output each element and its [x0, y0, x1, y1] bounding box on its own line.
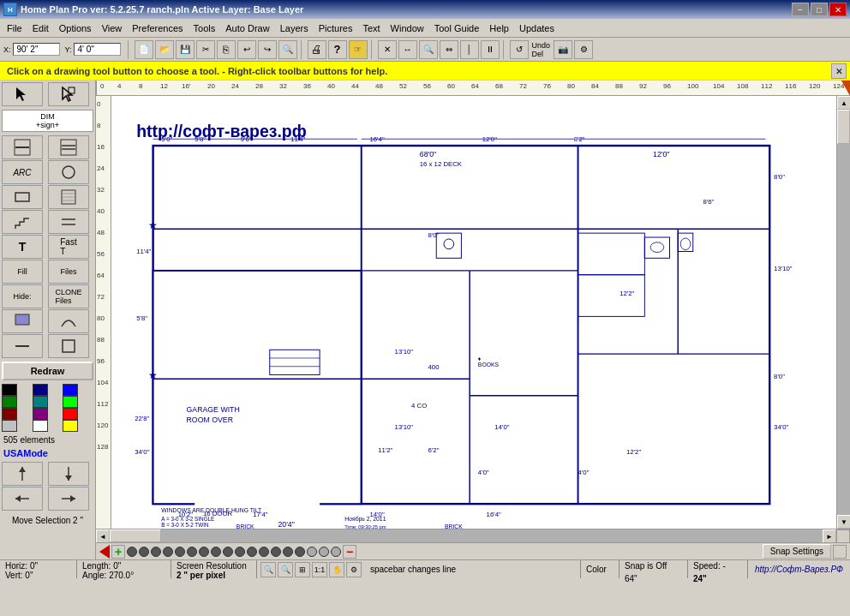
color-purple[interactable] — [33, 408, 48, 420]
color-white[interactable] — [33, 420, 48, 432]
pointer-button[interactable]: ☞ — [349, 40, 368, 59]
settings-button[interactable]: ⚙ — [574, 40, 593, 59]
minimize-button[interactable]: − — [792, 3, 809, 16]
drawing-canvas[interactable]: http://софт-варез.рф — [111, 96, 836, 529]
open-button[interactable]: 📂 — [155, 40, 174, 59]
redo-button[interactable]: ↪ — [258, 40, 277, 59]
save-button[interactable]: 💾 — [176, 40, 195, 59]
move-button[interactable]: ↔ — [398, 40, 417, 59]
pan-status-btn[interactable]: ✋ — [329, 562, 344, 577]
pan-button[interactable]: ⇔ — [440, 40, 458, 59]
snap-dot[interactable] — [295, 547, 305, 557]
titlebar-controls[interactable]: − □ ✕ — [792, 3, 847, 16]
snap-dot[interactable] — [127, 547, 137, 557]
infobar-close-button[interactable]: ✕ — [831, 63, 847, 79]
move-right-tool[interactable] — [48, 487, 89, 511]
zoom-in-status-btn[interactable]: 🔍 — [260, 562, 276, 577]
fit-btn[interactable]: ⊞ — [295, 562, 310, 577]
paint-tool[interactable] — [2, 309, 43, 333]
fast-text-tool[interactable]: FastT — [48, 235, 89, 259]
snap-dot[interactable] — [247, 547, 257, 557]
snap-dot[interactable] — [175, 547, 185, 557]
camera-button[interactable]: 📷 — [554, 40, 572, 59]
maximize-button[interactable]: □ — [811, 3, 828, 16]
zoom-out-status-btn[interactable]: 🔍 — [278, 562, 293, 577]
color-silver[interactable] — [2, 420, 17, 432]
new-button[interactable]: 📄 — [135, 40, 153, 59]
cut-button[interactable]: ✂ — [196, 40, 215, 59]
delete-button[interactable]: ✕ — [378, 40, 397, 59]
zoom-in-button[interactable]: 🔍 — [278, 40, 297, 59]
snap-dot[interactable] — [187, 547, 197, 557]
config-btn[interactable]: ⚙ — [346, 562, 362, 577]
redraw-button[interactable]: Redraw — [2, 362, 93, 380]
color-black[interactable] — [2, 384, 17, 396]
100pct-btn[interactable]: 1:1 — [312, 562, 327, 577]
help-button[interactable]: ? — [328, 40, 347, 59]
menu-edit[interactable]: Edit — [27, 21, 54, 35]
hatch-tool[interactable] — [48, 185, 89, 209]
snap-dot[interactable] — [271, 547, 281, 557]
horiz-tool[interactable] — [2, 334, 43, 358]
color-teal[interactable] — [33, 396, 48, 408]
undo2-button[interactable]: ↺ — [510, 40, 529, 59]
snap-dot[interactable] — [163, 547, 173, 557]
select-area-tool[interactable] — [48, 82, 89, 106]
arc-tool[interactable]: ARC — [2, 160, 43, 184]
snap-remove-button[interactable]: − — [343, 545, 356, 559]
line-tool[interactable] — [2, 135, 43, 159]
snap-dot[interactable] — [259, 547, 269, 557]
line-button[interactable]: │ — [460, 40, 479, 59]
box-tool[interactable] — [48, 334, 89, 358]
color-red[interactable] — [63, 408, 78, 420]
snap-dot[interactable] — [223, 547, 233, 557]
color-lime[interactable] — [63, 396, 78, 408]
rect-tool[interactable] — [2, 185, 43, 209]
menu-tools[interactable]: Tools — [189, 21, 221, 35]
scroll-down-button[interactable]: ▼ — [837, 515, 850, 529]
text-tool[interactable]: T — [2, 235, 43, 259]
vscroll-thumb[interactable] — [837, 110, 850, 144]
menu-pictures[interactable]: Pictures — [314, 21, 358, 35]
stair-tool[interactable] — [2, 210, 43, 234]
close-button[interactable]: ✕ — [829, 3, 847, 16]
snap-settings-button[interactable]: Snap Settings — [763, 544, 831, 559]
menu-preferences[interactable]: Preferences — [127, 21, 188, 35]
menu-options[interactable]: Options — [54, 21, 97, 35]
menu-help[interactable]: Help — [484, 21, 514, 35]
snap-dot[interactable] — [139, 547, 149, 557]
files-tool[interactable]: Files — [48, 260, 89, 284]
pause-button[interactable]: ⏸ — [481, 40, 500, 59]
circle-tool[interactable] — [48, 160, 89, 184]
curve-tool[interactable] — [48, 309, 89, 333]
double-line-tool[interactable] — [48, 135, 89, 159]
scroll-up-button[interactable]: ▲ — [837, 96, 850, 110]
undo-button[interactable]: ↩ — [237, 40, 256, 59]
color-green[interactable] — [2, 396, 17, 408]
print-button[interactable]: 🖨 — [308, 40, 326, 59]
hscroll-track[interactable] — [110, 529, 823, 542]
scroll-right-button[interactable]: ► — [823, 529, 836, 543]
snap-dot[interactable] — [235, 547, 245, 557]
menu-layers[interactable]: Layers — [275, 21, 314, 35]
fill-tool[interactable]: Fill — [2, 260, 43, 284]
move-left-tool[interactable] — [2, 487, 43, 511]
snap-dot[interactable] — [319, 547, 329, 557]
snap-dot[interactable] — [283, 547, 293, 557]
color-maroon[interactable] — [2, 408, 17, 420]
menu-updates[interactable]: Updates — [514, 21, 560, 35]
menu-tool-guide[interactable]: Tool Guide — [429, 21, 485, 35]
color-navy[interactable] — [33, 384, 48, 396]
move-down-tool[interactable] — [48, 462, 89, 486]
menu-window[interactable]: Window — [386, 21, 429, 35]
snap-dot[interactable] — [199, 547, 209, 557]
vertical-scrollbar[interactable]: ▲ ▼ — [836, 96, 850, 529]
select-tool[interactable] — [2, 82, 43, 106]
parallel-tool[interactable] — [48, 210, 89, 234]
copy-button[interactable]: ⎘ — [217, 40, 236, 59]
menu-auto-draw[interactable]: Auto Draw — [220, 21, 274, 35]
snap-add-button[interactable]: + — [111, 545, 125, 559]
hide-tool[interactable]: Hide: — [2, 284, 43, 308]
snap-dot[interactable] — [211, 547, 221, 557]
zoom-out-button[interactable]: 🔍 — [419, 40, 438, 59]
